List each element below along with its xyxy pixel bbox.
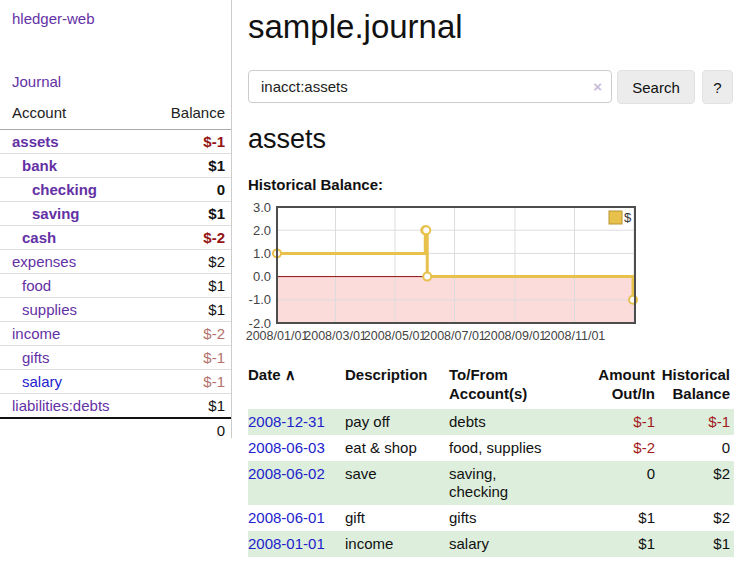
account-column-header: Account <box>0 100 145 130</box>
brand-link[interactable]: hledger-web <box>12 10 95 27</box>
svg-text:3.0: 3.0 <box>253 201 271 215</box>
account-row: cash $-2 <box>0 226 231 250</box>
accounts-total-value: 0 <box>145 418 231 442</box>
historical-balance-chart: $3.02.01.00.0-1.0-2.02008/01/012008/03/0… <box>240 201 644 351</box>
accounts-total-row: 0 <box>0 418 231 442</box>
transaction-date-link[interactable]: 2008-01-01 <box>248 535 325 552</box>
transaction-balance: $2 <box>659 461 734 505</box>
column-header-balance: Historical Balance <box>659 364 734 409</box>
account-row: assets $-1 <box>0 130 231 154</box>
account-balance: $1 <box>145 274 231 298</box>
transaction-amount: $1 <box>597 505 659 531</box>
help-button[interactable]: ? <box>702 70 733 104</box>
search-button[interactable]: Search <box>617 70 695 104</box>
date-header-label: Date <box>248 366 281 383</box>
search-input[interactable] <box>248 70 612 103</box>
column-header-date[interactable]: Date ∧ <box>248 364 345 409</box>
account-link-gifts[interactable]: gifts <box>22 349 50 366</box>
account-balance: $1 <box>145 154 231 178</box>
transaction-balance: 0 <box>659 435 734 461</box>
account-balance: $-1 <box>145 346 231 370</box>
account-link-cash[interactable]: cash <box>22 229 56 246</box>
main-content: sample.journal × Search ? assets Histori… <box>248 0 742 582</box>
transaction-balance: $1 <box>659 531 734 557</box>
accounts-table: Account Balance assets $-1 bank $1 check… <box>0 100 231 442</box>
svg-text:2.0: 2.0 <box>253 223 271 238</box>
svg-text:0.0: 0.0 <box>253 269 271 284</box>
transaction-description: eat & shop <box>345 435 449 461</box>
transaction-description: gift <box>345 505 449 531</box>
transaction-accounts: saving, checking <box>449 461 597 505</box>
clear-search-icon[interactable]: × <box>593 78 602 95</box>
account-balance: $-1 <box>145 130 231 154</box>
svg-text:2008/09/01: 2008/09/01 <box>484 329 547 343</box>
account-row: liabilities:debts $1 <box>0 394 231 419</box>
account-link-food[interactable]: food <box>22 277 51 294</box>
account-page-title: assets <box>248 124 326 155</box>
transaction-date-link[interactable]: 2008-06-02 <box>248 465 325 482</box>
account-link-saving[interactable]: saving <box>32 205 80 222</box>
account-balance: $2 <box>145 250 231 274</box>
transaction-description: income <box>345 531 449 557</box>
transaction-description: pay off <box>345 409 449 435</box>
column-header-description: Description <box>345 364 449 409</box>
transaction-accounts: salary <box>449 531 597 557</box>
transaction-balance: $2 <box>659 505 734 531</box>
svg-text:$: $ <box>624 210 632 225</box>
transaction-accounts: food, supplies <box>449 435 597 461</box>
account-link-assets[interactable]: assets <box>12 133 59 150</box>
register-table: Date ∧ Description To/From Account(s) Am… <box>248 364 734 557</box>
sort-asc-icon: ∧ <box>285 366 296 383</box>
account-row: supplies $1 <box>0 298 231 322</box>
svg-text:2008/03/01: 2008/03/01 <box>304 329 367 343</box>
transaction-date-link[interactable]: 2008-06-03 <box>248 439 325 456</box>
account-balance: 0 <box>145 178 231 202</box>
account-row: checking 0 <box>0 178 231 202</box>
column-header-accounts: To/From Account(s) <box>449 364 597 409</box>
account-balance: $1 <box>145 202 231 226</box>
transaction-date-link[interactable]: 2008-12-31 <box>248 413 325 430</box>
accounts-header-row: Account Balance <box>0 100 231 130</box>
transaction-accounts: debts <box>449 409 597 435</box>
register-row: 2008-01-01 income salary $1 $1 <box>248 531 734 557</box>
account-balance: $-1 <box>145 370 231 394</box>
transaction-date-link[interactable]: 2008-06-01 <box>248 509 325 526</box>
account-link-expenses[interactable]: expenses <box>12 253 76 270</box>
transaction-amount: $1 <box>597 531 659 557</box>
svg-text:2008/07/01: 2008/07/01 <box>423 329 486 343</box>
account-row: saving $1 <box>0 202 231 226</box>
register-row: 2008-06-03 eat & shop food, supplies $-2… <box>248 435 734 461</box>
account-balance: $1 <box>145 394 231 419</box>
account-link-bank[interactable]: bank <box>22 157 57 174</box>
account-link-supplies[interactable]: supplies <box>22 301 77 318</box>
account-row: gifts $-1 <box>0 346 231 370</box>
sidebar-item-journal[interactable]: Journal <box>12 73 61 90</box>
svg-text:2008/11/01: 2008/11/01 <box>544 329 606 343</box>
account-link-liabilities-debts[interactable]: liabilities:debts <box>12 397 110 414</box>
page-title: sample.journal <box>248 0 742 46</box>
account-row: income $-2 <box>0 322 231 346</box>
column-header-amount: Amount Out/In <box>597 364 659 409</box>
transaction-amount: $-1 <box>597 409 659 435</box>
register-row: 2008-06-02 save saving, checking 0 $2 <box>248 461 734 505</box>
account-link-salary[interactable]: salary <box>22 373 62 390</box>
transaction-balance: $-1 <box>659 409 734 435</box>
balance-column-header: Balance <box>145 100 231 130</box>
register-row: 2008-12-31 pay off debts $-1 $-1 <box>248 409 734 435</box>
transaction-amount: $-2 <box>597 435 659 461</box>
account-balance: $-2 <box>145 322 231 346</box>
transaction-accounts: gifts <box>449 505 597 531</box>
account-row: salary $-1 <box>0 370 231 394</box>
sidebar: hledger-web Journal Account Balance asse… <box>0 0 232 582</box>
hledger-web-page: hledger-web Journal Account Balance asse… <box>0 0 742 582</box>
svg-text:1.0: 1.0 <box>253 246 271 261</box>
chart-title: Historical Balance: <box>248 176 383 193</box>
svg-text:2008/01/01: 2008/01/01 <box>246 329 309 343</box>
account-link-income[interactable]: income <box>12 325 60 342</box>
account-link-checking[interactable]: checking <box>32 181 97 198</box>
account-balance: $1 <box>145 298 231 322</box>
search-form: × <box>248 70 612 103</box>
account-row: food $1 <box>0 274 231 298</box>
transaction-description: save <box>345 461 449 505</box>
svg-text:-1.0: -1.0 <box>249 292 271 307</box>
